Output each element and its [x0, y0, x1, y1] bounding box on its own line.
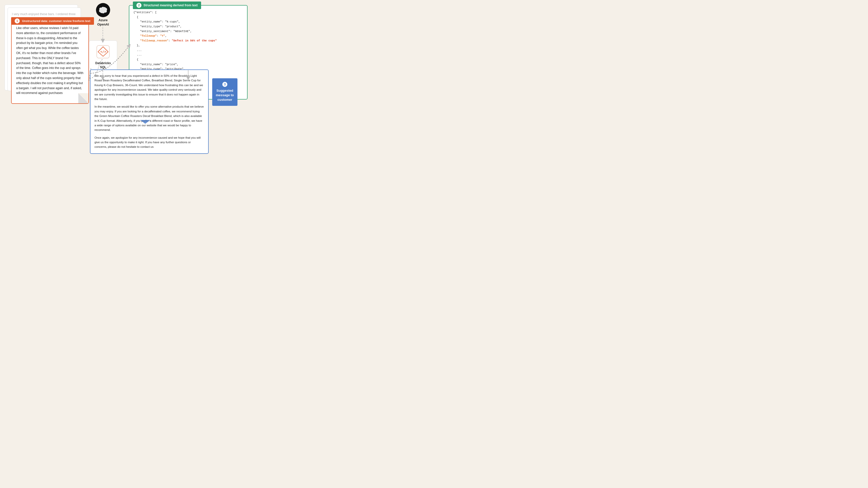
review-body-text: Like other users, whose reviews I wish I… [16, 26, 84, 96]
json-line-7: "followup_reason": "Defect in 50% of the… [133, 39, 217, 42]
suggested-label: 3 Suggested message to customer [212, 78, 238, 106]
json-line-4: "entity_type": "product", [133, 25, 182, 28]
review-label-text: Unstructured data: customer review freef… [22, 20, 90, 23]
openai-icon [99, 6, 107, 14]
message-paragraph-2: In the meantime, we would like to offer … [94, 104, 204, 132]
json-line-5: "entity_sentiment": "NEGATIVE", [133, 30, 192, 33]
databricks-label: DatabricksSQL [95, 61, 111, 69]
json-line-2: { [133, 16, 138, 19]
azure-openai-logo: AzureOpenAI [96, 3, 110, 27]
json-line-1: {"entities": [ [133, 11, 157, 14]
azure-text: AzureOpenAI [97, 18, 109, 26]
databricks-icon: </> [95, 44, 111, 59]
json-line-12: "entity_name": "price", [133, 63, 178, 66]
json-label-text: Structured meaning derived from text [144, 3, 197, 7]
databricks-box: </> DatabricksSQL [89, 40, 117, 72]
json-line-6: "followup": "Y", [133, 34, 167, 37]
json-badge: 2 [136, 3, 142, 8]
suggested-badge: 3 [222, 82, 227, 87]
azure-label: AzureOpenAI [97, 18, 109, 27]
json-box-label: 2 Structured meaning derived from text [133, 1, 201, 9]
suggested-label-text: Suggested message to customer [215, 88, 235, 102]
json-line-8: }, [133, 44, 140, 47]
review-card: 1 Unstructured data: customer review fre… [11, 20, 89, 104]
message-paragraph-3: Once again, we apologize for any inconve… [94, 135, 204, 149]
review-card-label: 1 Unstructured data: customer review fre… [11, 17, 94, 25]
databricks-text-span: DatabricksSQL [95, 61, 111, 69]
json-line-3: "entity_name": "k-cups", [133, 20, 180, 23]
azure-logo-circle [96, 3, 110, 17]
review-badge: 1 [14, 19, 20, 24]
json-line-10: ... [133, 53, 142, 56]
svg-text:</>: </> [100, 50, 106, 54]
message-paragraph-1: We are sorry to hear that you experience… [94, 73, 204, 101]
json-line-9: ... [133, 49, 142, 52]
json-line-11: { [133, 58, 138, 61]
suggested-message-box: We are sorry to hear that you experience… [90, 69, 209, 154]
